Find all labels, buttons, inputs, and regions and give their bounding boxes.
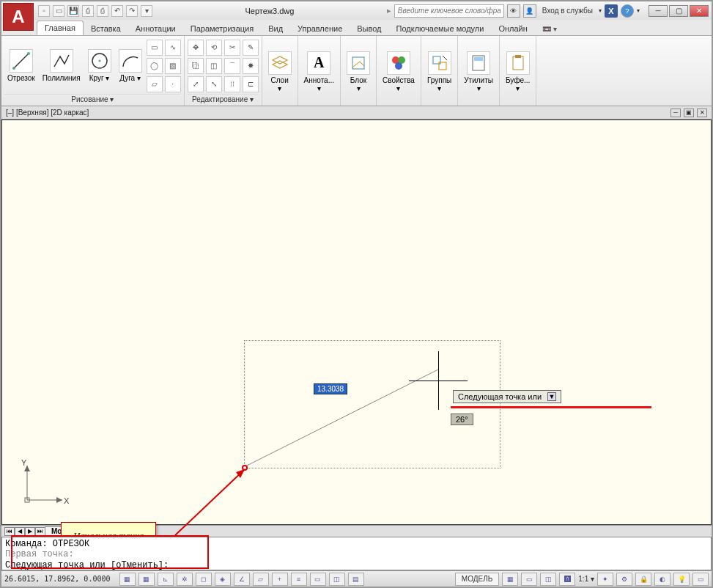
help-icon[interactable]: ?	[621, 4, 634, 18]
clipboard-button[interactable]: Буфе...▾	[503, 50, 533, 94]
title-bar: ▫ ▭ 💾 ⎙ ⎙ ↶ ↷ ▾ Чертеж3.dwg ▸ 👁 👤 Вход в…	[1, 1, 712, 20]
utils-button[interactable]: Утилиты▾	[461, 50, 496, 94]
groups-button[interactable]: Группы▾	[424, 50, 454, 94]
explode-icon[interactable]: ✸	[243, 58, 259, 74]
array-icon[interactable]: ⁝⁝	[224, 76, 240, 92]
ws-icon[interactable]: ⚙	[616, 573, 632, 586]
undo-icon[interactable]: ↶	[111, 5, 123, 17]
layout-last-icon[interactable]: ⏭	[35, 527, 45, 536]
ortho-icon[interactable]: ⊾	[158, 573, 174, 586]
viewport-controls-label[interactable]: [–] [Верхняя] [2D каркас]	[6, 109, 89, 117]
panel-utils: Утилиты▾	[458, 36, 500, 106]
maximize-button[interactable]: ▢	[669, 5, 688, 17]
arc-button[interactable]: Дуга ▾	[116, 48, 145, 84]
ellipse-icon[interactable]: ◯	[147, 58, 163, 74]
hardware-icon[interactable]: ◐	[654, 573, 670, 586]
tab-insert[interactable]: Вставка	[84, 22, 128, 35]
rotate-icon[interactable]: ⟲	[206, 40, 222, 56]
doc-restore-icon[interactable]: ▣	[684, 109, 694, 117]
tab-plugins[interactable]: Подключаемые модули	[389, 22, 492, 35]
redo-icon[interactable]: ↷	[126, 5, 138, 17]
3dosnap-icon[interactable]: ◈	[215, 573, 231, 586]
block-button[interactable]: Блок▾	[344, 50, 373, 94]
status-scale[interactable]: 1:1 ▾	[578, 575, 594, 583]
mirror-icon[interactable]: ◫	[206, 58, 222, 74]
layout-prev-icon[interactable]: ◀	[15, 527, 25, 536]
layout-next-icon[interactable]: ▶	[25, 527, 35, 536]
panel-modify-label[interactable]: Редактирование ▾	[188, 94, 259, 106]
polyline-button[interactable]: Полилиния	[40, 48, 84, 84]
tab-annotate[interactable]: Аннотации	[128, 22, 183, 35]
grid-icon[interactable]: ▦	[138, 573, 155, 586]
toolbar-lock-icon[interactable]: 🔒	[635, 573, 651, 586]
sc-icon[interactable]: ▤	[348, 573, 364, 586]
trim-icon[interactable]: ✂	[224, 40, 240, 56]
status-qv-icon[interactable]: ◫	[540, 573, 556, 586]
fillet-icon[interactable]: ⌒	[224, 58, 240, 74]
dynamic-length-input[interactable]: 13.3038	[314, 383, 347, 394]
app-menu-button[interactable]: A	[3, 3, 34, 31]
lwt-icon[interactable]: ≡	[291, 573, 307, 586]
region-icon[interactable]: ▱	[147, 76, 163, 92]
circle-button[interactable]: Круг ▾	[85, 48, 114, 84]
exchange-icon[interactable]: X	[605, 4, 618, 18]
erase-icon[interactable]: ✎	[243, 40, 259, 56]
doc-close-icon[interactable]: ✕	[697, 109, 707, 117]
hatch-icon[interactable]: ▨	[165, 58, 181, 74]
new-icon[interactable]: ▫	[38, 5, 50, 17]
tab-manage[interactable]: Управление	[290, 22, 350, 35]
qat-more-icon[interactable]: ▾	[141, 5, 152, 17]
offset-icon[interactable]: ⊏	[243, 76, 259, 92]
open-icon[interactable]: ▭	[53, 5, 64, 17]
prompt-options-icon[interactable]: ▼	[547, 392, 556, 401]
saveas-icon[interactable]: ⎙	[82, 5, 94, 17]
spline-icon[interactable]: ∿	[165, 40, 181, 56]
drawing-canvas[interactable]: 13.3038 Следующая точка или ▼ 26° Началь…	[1, 120, 712, 525]
qp-icon[interactable]: ◫	[329, 573, 345, 586]
stretch-icon[interactable]: ⤢	[188, 76, 204, 92]
layout-first-icon[interactable]: ⏮	[4, 527, 15, 536]
search-input[interactable]	[394, 4, 504, 18]
layers-button[interactable]: Слои▾	[265, 50, 295, 94]
line-button[interactable]: Отрезок	[4, 48, 38, 84]
infocenter-icon[interactable]: 👁	[507, 4, 520, 18]
status-grid2-icon[interactable]: ▦	[502, 573, 518, 586]
dyn-icon[interactable]: +	[272, 573, 288, 586]
tab-output[interactable]: Вывод	[350, 22, 388, 35]
signin-link[interactable]: Вход в службы	[539, 7, 596, 15]
help-dropdown-icon[interactable]: ▾	[637, 7, 640, 14]
close-button[interactable]: ✕	[690, 5, 709, 17]
tab-home[interactable]: Главная	[37, 21, 84, 35]
panel-draw-label[interactable]: Рисование ▾	[4, 94, 181, 106]
status-model-button[interactable]: МОДЕЛЬ	[455, 573, 499, 586]
ducs-icon[interactable]: ▱	[253, 573, 269, 586]
rect-icon[interactable]: ▭	[147, 40, 163, 56]
tab-online[interactable]: Онлайн	[491, 22, 534, 35]
copy-icon[interactable]: ⿻	[188, 58, 204, 74]
clean-icon[interactable]: ▭	[692, 573, 709, 586]
isolate-icon[interactable]: 💡	[673, 573, 690, 586]
print-icon[interactable]: ⎙	[97, 5, 108, 17]
save-icon[interactable]: 💾	[67, 5, 79, 17]
tab-view[interactable]: Вид	[261, 22, 290, 35]
signin-dropdown-icon[interactable]: ▾	[599, 7, 602, 14]
snap-icon[interactable]: ▦	[119, 573, 136, 586]
minimize-button[interactable]: ─	[649, 5, 668, 17]
props-button[interactable]: Свойства▾	[380, 50, 418, 94]
user-icon[interactable]: 👤	[523, 4, 536, 18]
annot-button[interactable]: AАннота...▾	[301, 50, 337, 94]
tpy-icon[interactable]: ▭	[310, 573, 326, 586]
polar-icon[interactable]: ✲	[177, 573, 193, 586]
point-icon[interactable]: ·	[165, 76, 181, 92]
tab-parametric[interactable]: Параметризация	[183, 22, 261, 35]
tab-expand-icon[interactable]: 📼 ▾	[538, 23, 561, 35]
status-layout-icon[interactable]: ▭	[521, 573, 537, 586]
annovis-icon[interactable]: ✦	[597, 573, 613, 586]
doc-minimize-icon[interactable]: ─	[670, 109, 681, 117]
scale-icon[interactable]: ⤡	[206, 76, 222, 92]
osnap-icon[interactable]: ◻	[196, 573, 212, 586]
command-window[interactable]: Команда: ОТРЕЗОК Первая точка: Следующая…	[1, 537, 712, 570]
otrack-icon[interactable]: ∠	[234, 573, 250, 586]
annoscale-icon[interactable]: 🅰	[559, 573, 575, 586]
move-icon[interactable]: ✥	[188, 40, 204, 56]
